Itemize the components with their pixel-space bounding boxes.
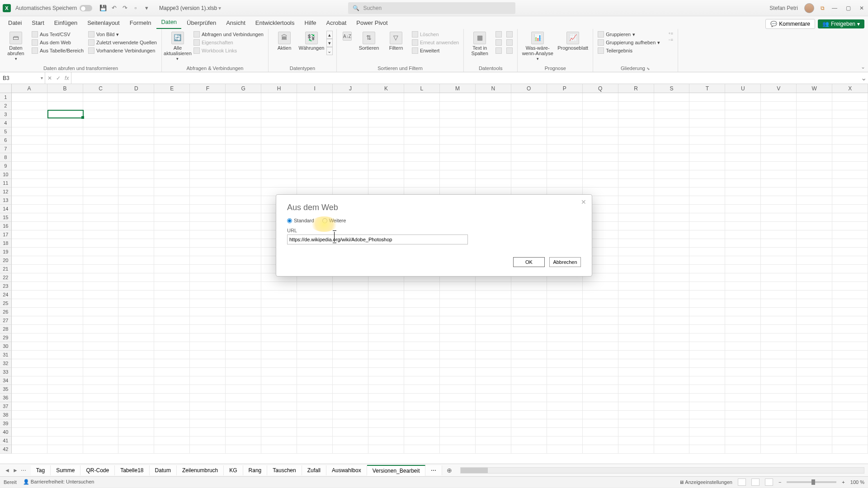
cell[interactable] xyxy=(118,282,154,291)
cell[interactable] xyxy=(190,248,226,256)
cell[interactable] xyxy=(725,196,761,205)
cell[interactable] xyxy=(154,359,190,368)
cell[interactable] xyxy=(83,342,119,351)
cell[interactable] xyxy=(583,411,618,419)
cell[interactable] xyxy=(654,136,690,145)
sheet-tab[interactable]: Auswahlbox xyxy=(326,465,367,475)
cell[interactable] xyxy=(118,110,154,119)
cell[interactable] xyxy=(761,308,797,316)
cell[interactable] xyxy=(797,145,832,153)
cell[interactable] xyxy=(440,419,476,428)
cell[interactable] xyxy=(547,136,583,145)
cell[interactable] xyxy=(476,428,511,436)
cell[interactable] xyxy=(368,342,404,351)
cell[interactable] xyxy=(404,333,440,342)
cell[interactable] xyxy=(511,419,547,428)
cell[interactable] xyxy=(761,411,797,419)
tab-ansicht[interactable]: Ansicht xyxy=(222,18,250,29)
cell[interactable] xyxy=(689,325,725,333)
cell[interactable] xyxy=(226,170,261,179)
cell[interactable] xyxy=(190,333,226,342)
cell[interactable] xyxy=(333,436,368,445)
cell[interactable] xyxy=(368,170,404,179)
cell[interactable] xyxy=(725,342,761,351)
cell[interactable] xyxy=(476,308,511,316)
chevron-down-icon[interactable]: ▾ xyxy=(41,75,43,80)
cell[interactable] xyxy=(118,333,154,342)
cell[interactable] xyxy=(190,308,226,316)
cell[interactable] xyxy=(440,110,476,119)
row-header[interactable]: 12 xyxy=(0,188,12,196)
cell[interactable] xyxy=(12,402,47,411)
cell[interactable] xyxy=(333,282,368,291)
cell[interactable] xyxy=(547,127,583,136)
cell[interactable] xyxy=(476,419,511,428)
cell[interactable] xyxy=(689,265,725,273)
cell[interactable] xyxy=(761,102,797,110)
cell[interactable] xyxy=(154,205,190,213)
cell[interactable] xyxy=(725,436,761,445)
cell[interactable] xyxy=(725,359,761,368)
cell[interactable] xyxy=(83,239,119,248)
cell[interactable] xyxy=(797,385,832,394)
tab-daten[interactable]: Daten xyxy=(156,17,181,29)
cell[interactable] xyxy=(725,333,761,342)
cell[interactable] xyxy=(547,102,583,110)
cell[interactable] xyxy=(547,351,583,359)
column-header[interactable]: T xyxy=(689,84,725,93)
cell[interactable] xyxy=(47,127,83,136)
cell[interactable] xyxy=(476,402,511,411)
cell[interactable] xyxy=(797,428,832,436)
cell[interactable] xyxy=(297,419,333,428)
cell[interactable] xyxy=(333,308,368,316)
cell[interactable] xyxy=(12,239,47,248)
cell[interactable] xyxy=(226,419,261,428)
cell[interactable] xyxy=(832,325,868,333)
cell[interactable] xyxy=(440,119,476,127)
cell[interactable] xyxy=(297,342,333,351)
cell[interactable] xyxy=(154,256,190,265)
tab-entwicklertools[interactable]: Entwicklertools xyxy=(251,18,299,29)
cell[interactable] xyxy=(511,394,547,402)
cell[interactable] xyxy=(511,110,547,119)
cell[interactable] xyxy=(154,316,190,325)
cell[interactable] xyxy=(154,230,190,239)
cell[interactable] xyxy=(618,359,654,368)
cell[interactable] xyxy=(761,179,797,188)
cell[interactable] xyxy=(618,333,654,342)
cell[interactable] xyxy=(618,110,654,119)
column-header[interactable]: B xyxy=(47,84,83,93)
row-header[interactable]: 34 xyxy=(0,376,12,385)
row-header[interactable]: 1 xyxy=(0,93,12,102)
cell[interactable] xyxy=(154,376,190,385)
cell[interactable] xyxy=(618,394,654,402)
cell[interactable] xyxy=(725,248,761,256)
cell[interactable] xyxy=(654,291,690,299)
cell[interactable] xyxy=(12,368,47,376)
cell[interactable] xyxy=(797,162,832,170)
cell[interactable] xyxy=(725,153,761,162)
cell[interactable] xyxy=(583,428,618,436)
cell[interactable] xyxy=(118,394,154,402)
cell[interactable] xyxy=(83,316,119,325)
cell[interactable] xyxy=(333,179,368,188)
cell[interactable] xyxy=(47,376,83,385)
cell[interactable] xyxy=(190,394,226,402)
cell[interactable] xyxy=(725,368,761,376)
row-header[interactable]: 36 xyxy=(0,394,12,402)
cell[interactable] xyxy=(12,179,47,188)
cell[interactable] xyxy=(83,325,119,333)
cell[interactable] xyxy=(440,145,476,153)
cell[interactable] xyxy=(618,179,654,188)
cell[interactable] xyxy=(190,299,226,308)
cell[interactable] xyxy=(297,179,333,188)
cell[interactable] xyxy=(583,153,618,162)
cell[interactable] xyxy=(832,222,868,230)
cell[interactable] xyxy=(511,376,547,385)
cell[interactable] xyxy=(618,402,654,411)
zoom-slider[interactable] xyxy=(787,481,836,483)
cell[interactable] xyxy=(689,291,725,299)
cell[interactable] xyxy=(547,308,583,316)
cell[interactable] xyxy=(547,170,583,179)
cell[interactable] xyxy=(190,239,226,248)
